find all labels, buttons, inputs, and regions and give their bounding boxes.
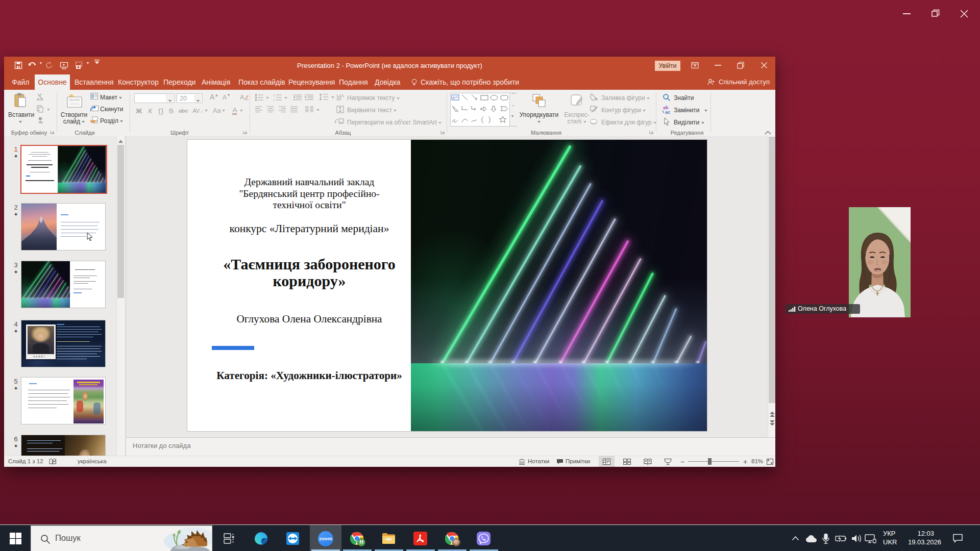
svg-text:2: 2 [274, 98, 275, 101]
svg-text:A: A [341, 93, 344, 98]
svg-text:A: A [453, 96, 455, 99]
svg-text:А: А [240, 93, 244, 101]
svg-text:ac: ac [665, 110, 670, 114]
svg-text:1: 1 [274, 94, 275, 97]
